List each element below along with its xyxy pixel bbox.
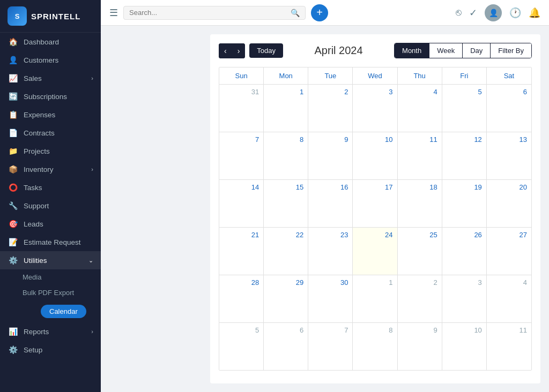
calendar-cell[interactable]: 11 <box>398 132 442 179</box>
calendar-cell[interactable]: 8 <box>264 132 308 179</box>
day-view-button[interactable]: Day <box>463 43 491 58</box>
sidebar-item-label: Tasks <box>24 184 42 192</box>
sidebar-item-customers[interactable]: 👤 Customers <box>0 51 101 69</box>
estimate-icon: 📝 <box>8 238 18 246</box>
calendar-cell[interactable]: 3 <box>442 275 487 322</box>
calendar-cell[interactable]: 18 <box>398 180 442 227</box>
calendar-cell[interactable]: 12 <box>442 132 487 179</box>
tasks-icon: ⭕ <box>8 183 18 192</box>
calendar-cell[interactable]: 4 <box>398 85 442 132</box>
cell-number: 24 <box>385 231 392 239</box>
week-view-button[interactable]: Week <box>429 43 463 58</box>
calendar-cell[interactable]: 11 <box>487 323 531 370</box>
cell-number: 16 <box>340 183 348 191</box>
calendar-cell[interactable]: 25 <box>398 228 442 275</box>
calendar-cell[interactable]: 3 <box>353 85 397 132</box>
calendar-cell[interactable]: 17 <box>353 180 397 227</box>
check-icon[interactable]: ✓ <box>469 7 477 19</box>
filter-by-button[interactable]: Filter By <box>491 43 531 58</box>
avatar[interactable]: 👤 <box>485 4 502 21</box>
calendar-cell[interactable]: 10 <box>442 323 487 370</box>
sidebar-item-support[interactable]: 🔧 Support <box>0 197 101 215</box>
sidebar-subitem-media[interactable]: Media <box>0 269 101 285</box>
sidebar-item-dashboard[interactable]: 🏠 Dashboard <box>0 33 101 51</box>
sidebar-item-leads[interactable]: 🎯 Leads <box>0 215 101 233</box>
calendar-week-3: 21222324252627 <box>219 228 531 275</box>
support-icon: 🔧 <box>8 201 18 210</box>
sidebar-item-contracts[interactable]: 📄 Contracts <box>0 124 101 142</box>
clock-icon[interactable]: 🕐 <box>509 7 521 19</box>
sidebar-item-sales[interactable]: 📈 Sales › <box>0 69 101 87</box>
calendar-cell[interactable]: 10 <box>353 132 397 179</box>
today-button[interactable]: Today <box>249 43 283 58</box>
calendar-cell[interactable]: 8 <box>353 323 397 370</box>
calendar-cell[interactable]: 31 <box>219 85 264 132</box>
calendar-cell[interactable]: 24 <box>353 228 397 275</box>
cell-number: 1 <box>300 88 303 96</box>
calendar-cell[interactable]: 23 <box>308 228 353 275</box>
sidebar: S SPRINTELL 🏠 Dashboard 👤 Customers 📈 Sa… <box>0 0 101 392</box>
search-icon: 🔍 <box>291 9 300 17</box>
calendar-cell[interactable]: 9 <box>308 132 353 179</box>
calendar-cell[interactable]: 15 <box>264 180 308 227</box>
calendar-cell[interactable]: 7 <box>219 132 264 179</box>
sidebar-item-inventory[interactable]: 📦 Inventory › <box>0 160 101 178</box>
calendar-cell[interactable]: 1 <box>264 85 308 132</box>
cell-number: 31 <box>251 88 259 96</box>
month-view-button[interactable]: Month <box>395 43 429 58</box>
calendar-cell[interactable]: 9 <box>398 323 442 370</box>
calendar-cell[interactable]: 5 <box>219 323 264 370</box>
sidebar-item-label: Expenses <box>24 111 55 119</box>
calendar-cell[interactable]: 21 <box>219 228 264 275</box>
calendar-cell[interactable]: 20 <box>487 180 531 227</box>
sidebar-item-label: Reports <box>24 328 49 336</box>
cell-number: 5 <box>255 326 259 334</box>
calendar-cell[interactable]: 5 <box>442 85 487 132</box>
calendar-cell[interactable]: 1 <box>353 275 397 322</box>
prev-button[interactable]: ‹ <box>219 43 232 58</box>
calendar-container: ‹ › Today April 2024 Month Week Day Filt… <box>210 34 540 383</box>
calendar-grid: SunMonTueWedThuFriSat 311234567891011121… <box>219 67 532 371</box>
calendar-title: April 2024 <box>283 44 394 57</box>
calendar-cell[interactable]: 28 <box>219 275 264 322</box>
sidebar-item-label: Subscriptions <box>24 93 67 101</box>
calendar-cell[interactable]: 22 <box>264 228 308 275</box>
calendar-cell[interactable]: 27 <box>487 228 531 275</box>
cell-number: 7 <box>344 326 348 334</box>
add-button[interactable]: + <box>311 4 328 21</box>
hamburger-button[interactable]: ☰ <box>109 7 118 19</box>
search-input[interactable] <box>129 9 288 17</box>
sidebar-item-expenses[interactable]: 📋 Expenses <box>0 105 101 124</box>
calendar-cell[interactable]: 29 <box>264 275 308 322</box>
calendar-cell[interactable]: 30 <box>308 275 353 322</box>
customers-icon: 👤 <box>8 56 18 64</box>
calendar-cell[interactable]: 2 <box>398 275 442 322</box>
calendar-cell[interactable]: 4 <box>487 275 531 322</box>
calendar-button[interactable]: Calendar <box>41 305 86 318</box>
cell-number: 20 <box>520 183 527 191</box>
calendar-cell[interactable]: 13 <box>487 132 531 179</box>
sidebar-item-subscriptions[interactable]: 🔄 Subscriptions <box>0 87 101 105</box>
cell-number: 17 <box>385 183 392 191</box>
calendar-cell[interactable]: 6 <box>487 85 531 132</box>
sidebar-item-projects[interactable]: 📁 Projects <box>0 142 101 160</box>
calendar-cell[interactable]: 19 <box>442 180 487 227</box>
sidebar-item-utilities[interactable]: ⚙️ Utilities ⌄ <box>0 251 101 269</box>
sidebar-item-estimate-request[interactable]: 📝 Estimate Request <box>0 233 101 251</box>
calendar-cell[interactable]: 6 <box>264 323 308 370</box>
calendar-cell[interactable]: 2 <box>308 85 353 132</box>
share-icon[interactable]: ⎋ <box>456 7 462 18</box>
calendar-cell[interactable]: 16 <box>308 180 353 227</box>
cell-number: 14 <box>251 183 259 191</box>
calendar-cell[interactable]: 7 <box>308 323 353 370</box>
calendar-cell[interactable]: 14 <box>219 180 264 227</box>
cell-number: 2 <box>433 278 437 287</box>
notification-icon[interactable]: 🔔 <box>529 7 540 19</box>
sidebar-item-reports[interactable]: 📊 Reports › <box>0 322 101 341</box>
next-button[interactable]: › <box>232 43 246 58</box>
calendar-week-2: 14151617181920 <box>219 180 531 228</box>
sidebar-item-tasks[interactable]: ⭕ Tasks <box>0 178 101 197</box>
sidebar-subitem-bulk-pdf-export[interactable]: Bulk PDF Export <box>0 285 101 300</box>
calendar-cell[interactable]: 26 <box>442 228 487 275</box>
sidebar-item-setup[interactable]: ⚙️ Setup <box>0 341 101 359</box>
